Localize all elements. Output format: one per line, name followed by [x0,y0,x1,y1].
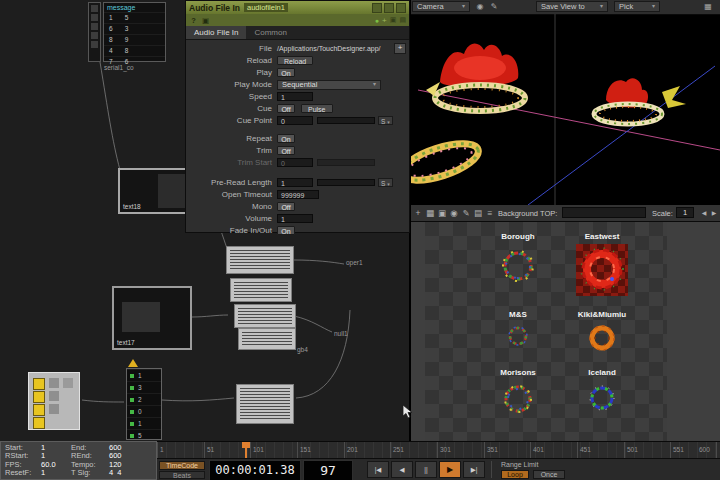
tab-common[interactable]: Common [246,26,294,39]
preread-unit-dropdown[interactable]: S [378,178,393,187]
playmode-dropdown[interactable]: Sequential [277,80,381,90]
dat-node[interactable] [236,384,294,424]
file-browse-icon[interactable]: + [394,43,406,54]
rows-icon[interactable]: ▤ [472,207,484,219]
morisons-ring-icon [498,380,538,418]
playhead-handle[interactable] [242,442,250,448]
loop-button[interactable]: Loop [501,470,529,479]
thumb-label: Kiki&Miumiu [578,310,626,319]
dat-node-message[interactable]: message 15 63 89 48 76 [103,2,166,62]
pencil-icon[interactable]: ✎ [460,207,472,219]
add-parameter-icon[interactable]: + [382,16,387,25]
scale-field[interactable]: 1 [676,207,694,218]
pause-button[interactable]: || [415,461,437,478]
start-value[interactable]: 1 [41,444,71,452]
file-path-field[interactable]: /Applications/TouchDesigner.app/ [277,45,381,52]
mono-toggle[interactable]: Off [277,202,295,211]
geometry-viewport[interactable]: Camera ◉ ✎ Save View to Pick ▦ [410,0,720,205]
fade-toggle[interactable]: On [277,226,295,235]
target-icon[interactable]: ◉ [448,207,460,219]
play-toggle[interactable]: On [277,68,295,77]
thumb-eastwest[interactable]: Eastwest [560,232,644,296]
table-row: 0 [127,405,161,417]
dat-node[interactable] [234,304,296,328]
param-label: Speed [186,92,277,101]
thumb-iceland[interactable]: Iceland [560,368,644,416]
chevron-right-icon[interactable]: ▶ [708,207,720,219]
add-icon[interactable]: + [412,207,424,219]
thumb-ms[interactable]: M&S [476,310,560,352]
background-top-field[interactable] [562,207,646,218]
dat-node[interactable] [230,278,292,302]
reload-button[interactable]: Reload [277,56,313,65]
timecode-mode-button[interactable]: TimeCode [159,461,205,470]
help-icon[interactable]: ? [189,16,198,25]
jump-to-end-button[interactable]: ▶| [463,461,485,478]
timeline-info: Start: 1 End: 600 RStart: 1 REnd: 600 FP… [0,441,157,480]
cuepoint-unit-dropdown[interactable]: S [378,116,393,125]
thumb-kiki[interactable]: Kiki&Miumiu [560,310,644,356]
grid-icon[interactable]: ▦ [702,1,714,12]
target-icon[interactable]: ◉ [474,1,486,12]
kiki-ring-icon [582,322,622,356]
node-header: message [104,3,165,12]
fps-value[interactable]: 60.0 [41,461,71,469]
thumb-borough[interactable]: Borough [476,232,560,288]
trimstart-field[interactable]: 0 [277,158,313,167]
top-node-text17[interactable]: text17 [112,286,192,350]
once-button[interactable]: Once [533,470,565,479]
cue-pulse-button[interactable]: Pulse [301,104,333,113]
close-icon[interactable] [396,3,406,13]
timecode-display: 00:00:01.38 [209,460,301,480]
timeline-ruler[interactable]: 1 51 101 151 201 251 301 351 401 451 501… [157,441,720,458]
grid-icon[interactable]: ▦ [424,207,436,219]
cuepoint-slider[interactable] [317,117,375,124]
expand-icon[interactable]: ▣ [390,16,397,24]
pencil-icon[interactable]: ✎ [488,1,500,12]
viewport-canvas[interactable] [410,14,720,205]
jump-to-start-button[interactable]: |◀ [367,461,389,478]
preread-slider[interactable] [317,179,375,186]
camera-dropdown[interactable]: Camera [412,1,470,12]
pin-icon[interactable] [372,3,382,13]
dat-text-preview [230,250,290,270]
thumb-label: Eastwest [585,232,620,241]
panel-node[interactable] [28,372,80,430]
solid-icon[interactable]: ▣ [436,207,448,219]
resetf-value[interactable]: 1 [41,469,71,477]
dat-node-list[interactable]: 1 3 2 0 1 5 [126,368,162,440]
pick-dropdown[interactable]: Pick [614,1,660,12]
table-row: 63 [104,23,165,34]
tab-audio-file-in[interactable]: Audio File In [186,26,246,39]
copy-icon[interactable] [384,3,394,13]
dat-node[interactable] [238,328,296,350]
menu-icon[interactable]: ≡ [484,207,496,219]
thumb-morisons[interactable]: Morisons [476,368,560,418]
layout-icon[interactable]: ▤ [399,16,406,24]
timeout-field[interactable]: 999999 [277,190,319,199]
borough-ring-icon [496,244,540,288]
cuepoint-field[interactable]: 0 [277,116,313,125]
tsig-value[interactable]: 4 4 [109,469,152,477]
play-button[interactable]: ▶ [439,461,461,478]
beats-mode-button[interactable]: Beats [159,471,205,479]
ruler-tick: 451 [577,442,578,458]
python-mode-icon[interactable]: ● [375,17,379,24]
thumbnail-panel: Borough Eastwest M&S [410,222,720,441]
play-reverse-button[interactable]: ◀ [391,461,413,478]
info-icon[interactable]: ▣ [201,16,210,25]
param-row-cuepoint: Cue Point 0 S [186,115,409,126]
led-icon [130,374,134,378]
cue-toggle[interactable]: Off [277,104,295,113]
param-tabs: Audio File In Common [186,26,409,40]
chop-node-strip[interactable] [88,2,101,62]
speed-field[interactable]: 1 [277,92,313,101]
dat-node[interactable] [226,246,294,274]
param-titlebar[interactable]: Audio File In audiofilein1 [186,1,409,14]
repeat-toggle[interactable]: On [277,134,295,143]
table-row: 1 [127,369,161,381]
preread-field[interactable]: 1 [277,178,313,187]
trim-toggle[interactable]: Off [277,146,295,155]
save-view-dropdown[interactable]: Save View to [536,1,608,12]
volume-field[interactable]: 1 [277,214,313,223]
